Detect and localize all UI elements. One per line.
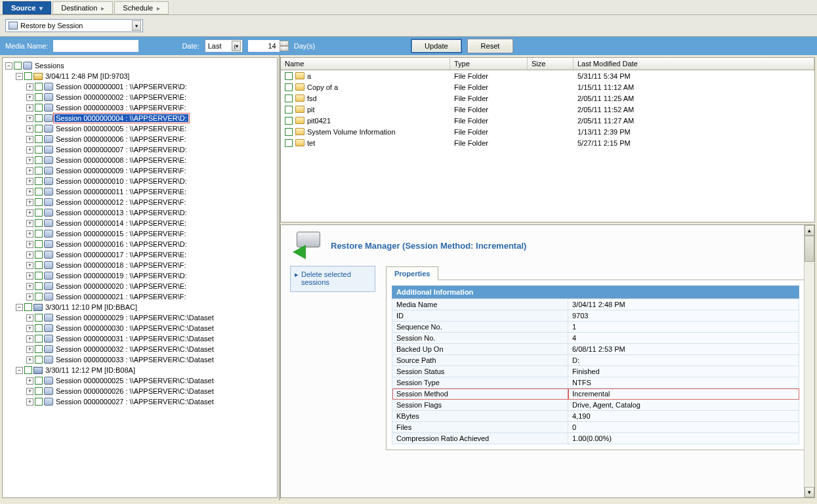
tree-node[interactable]: + Session 0000000001 : \\APPSERVER\D:: [4, 81, 276, 92]
col-type[interactable]: Type: [450, 58, 528, 70]
checkbox-icon[interactable]: [35, 398, 43, 406]
expander-icon[interactable]: +: [26, 251, 33, 259]
expander-icon[interactable]: −: [16, 304, 23, 311]
expander-icon[interactable]: +: [26, 199, 33, 206]
tree-node[interactable]: + Session 0000000010 : \\APPSERVER\D:: [4, 176, 276, 186]
tree-node[interactable]: + Session 0000000020 : \\APPSERVER\E:: [4, 281, 276, 291]
tree-node[interactable]: + Session 0000000018 : \\APPSERVER\F:: [4, 260, 276, 270]
tree-node[interactable]: − 3/04/11 2:48 PM [ID:9703]: [4, 71, 276, 81]
checkbox-icon[interactable]: [285, 117, 293, 125]
expander-icon[interactable]: +: [26, 157, 33, 164]
checkbox-icon[interactable]: [35, 104, 43, 112]
checkbox-icon[interactable]: [35, 261, 43, 269]
days-input[interactable]: [248, 40, 280, 52]
expander-icon[interactable]: +: [26, 104, 33, 112]
tree-node[interactable]: + Session 0000000003 : \\APPSERVER\F:: [4, 102, 276, 113]
tab-schedule[interactable]: Schedule▸: [114, 1, 169, 14]
checkbox-icon[interactable]: [35, 219, 43, 227]
checkbox-icon[interactable]: [35, 293, 43, 301]
file-row[interactable]: pit File Folder 2/05/11 11:52 AM: [281, 104, 814, 115]
col-name[interactable]: Name: [281, 58, 450, 70]
tree-node[interactable]: + Session 0000000021 : \\APPSERVER\F:: [4, 291, 276, 302]
checkbox-icon[interactable]: [285, 139, 293, 147]
expander-icon[interactable]: +: [26, 188, 33, 196]
checkbox-icon[interactable]: [35, 356, 43, 364]
tree-node[interactable]: − 3/30/11 12:10 PM [ID:BBAC]: [4, 302, 276, 312]
file-row[interactable]: pit0421 File Folder 2/05/11 11:27 AM: [281, 115, 814, 126]
checkbox-icon[interactable]: [14, 62, 22, 70]
expander-icon[interactable]: +: [26, 241, 33, 248]
session-tree-pane[interactable]: − Sessions − 3/04/11 2:48 PM [ID:9703] +…: [2, 57, 278, 498]
col-date[interactable]: Last Modified Date: [574, 58, 814, 70]
tab-source[interactable]: Source▾: [3, 1, 51, 14]
expander-icon[interactable]: +: [26, 125, 33, 133]
expander-icon[interactable]: +: [26, 314, 33, 322]
checkbox-icon[interactable]: [35, 240, 43, 248]
expander-icon[interactable]: +: [26, 293, 33, 301]
checkbox-icon[interactable]: [35, 324, 43, 332]
spin-down-icon[interactable]: ▾: [280, 46, 289, 51]
checkbox-icon[interactable]: [35, 209, 43, 217]
expander-icon[interactable]: +: [26, 230, 33, 238]
checkbox-icon[interactable]: [24, 303, 32, 311]
tree-node[interactable]: + Session 0000000014 : \\APPSERVER\E:: [4, 218, 276, 228]
tree-node[interactable]: + Session 0000000027 : \\APPSERVER\C:\Da…: [4, 396, 276, 407]
file-row[interactable]: Copy of a File Folder 1/15/11 11:12 AM: [281, 81, 814, 93]
checkbox-icon[interactable]: [35, 177, 43, 185]
expander-icon[interactable]: +: [26, 335, 33, 343]
checkbox-icon[interactable]: [35, 251, 43, 259]
expander-icon[interactable]: +: [26, 167, 33, 175]
expander-icon[interactable]: +: [26, 83, 33, 91]
file-row[interactable]: a File Folder 5/31/11 5:34 PM: [281, 70, 814, 81]
checkbox-icon[interactable]: [35, 188, 43, 196]
reset-button[interactable]: Reset: [467, 39, 514, 53]
expander-icon[interactable]: −: [16, 73, 23, 80]
expander-icon[interactable]: −: [16, 367, 23, 374]
file-row[interactable]: System Volume Information File Folder 1/…: [281, 126, 814, 137]
expander-icon[interactable]: +: [26, 325, 33, 332]
expander-icon[interactable]: +: [26, 377, 33, 385]
update-button[interactable]: Update: [411, 39, 461, 53]
tree-node[interactable]: + Session 0000000025 : \\APPSERVER\C:\Da…: [4, 375, 276, 386]
tree-node[interactable]: + Session 0000000015 : \\APPSERVER\F:: [4, 228, 276, 239]
tab-destination[interactable]: Destination▸: [52, 1, 113, 14]
checkbox-icon[interactable]: [35, 135, 43, 143]
tree-node[interactable]: + Session 0000000019 : \\APPSERVER\D:: [4, 270, 276, 281]
tree-node[interactable]: + Session 0000000016 : \\APPSERVER\D:: [4, 239, 276, 249]
checkbox-icon[interactable]: [285, 128, 293, 136]
tree-node[interactable]: + Session 0000000029 : \\APPSERVER\C:\Da…: [4, 312, 276, 323]
checkbox-icon[interactable]: [285, 83, 293, 91]
checkbox-icon[interactable]: [35, 230, 43, 238]
expander-icon[interactable]: +: [26, 398, 33, 406]
spin-up-icon[interactable]: ▴: [280, 41, 289, 46]
tree-node[interactable]: + Session 0000000004 : \\APPSERVER\D:: [4, 113, 276, 123]
expander-icon[interactable]: +: [26, 283, 33, 290]
scroll-thumb[interactable]: [805, 236, 814, 262]
checkbox-icon[interactable]: [35, 83, 43, 91]
expander-icon[interactable]: +: [26, 209, 33, 217]
checkbox-icon[interactable]: [35, 125, 43, 133]
checkbox-icon[interactable]: [35, 156, 43, 164]
tree-node[interactable]: − Sessions: [4, 60, 276, 71]
expander-icon[interactable]: +: [26, 136, 33, 143]
date-dropdown[interactable]: Last {▾: [205, 39, 243, 52]
checkbox-icon[interactable]: [35, 377, 43, 385]
restore-mode-dropdown[interactable]: Restore by Session ▾: [5, 19, 143, 32]
expander-icon[interactable]: +: [26, 146, 33, 154]
tree-node[interactable]: + Session 0000000033 : \\APPSERVER\C:\Da…: [4, 354, 276, 365]
tree-node[interactable]: + Session 0000000031 : \\APPSERVER\C:\Da…: [4, 333, 276, 344]
file-row[interactable]: fsd File Folder 2/05/11 11:25 AM: [281, 93, 814, 104]
checkbox-icon[interactable]: [24, 72, 32, 80]
checkbox-icon[interactable]: [35, 282, 43, 290]
expander-icon[interactable]: +: [26, 178, 33, 185]
tree-node[interactable]: + Session 0000000002 : \\APPSERVER\E:: [4, 92, 276, 102]
tree-node[interactable]: + Session 0000000011 : \\APPSERVER\E:: [4, 186, 276, 197]
tree-node[interactable]: + Session 0000000017 : \\APPSERVER\E:: [4, 249, 276, 260]
expander-icon[interactable]: +: [26, 115, 33, 122]
tree-node[interactable]: + Session 0000000032 : \\APPSERVER\C:\Da…: [4, 344, 276, 354]
checkbox-icon[interactable]: [35, 114, 43, 122]
expander-icon[interactable]: +: [26, 356, 33, 364]
scroll-up-icon[interactable]: ▴: [805, 225, 814, 236]
expander-icon[interactable]: +: [26, 346, 33, 353]
checkbox-icon[interactable]: [24, 366, 32, 374]
